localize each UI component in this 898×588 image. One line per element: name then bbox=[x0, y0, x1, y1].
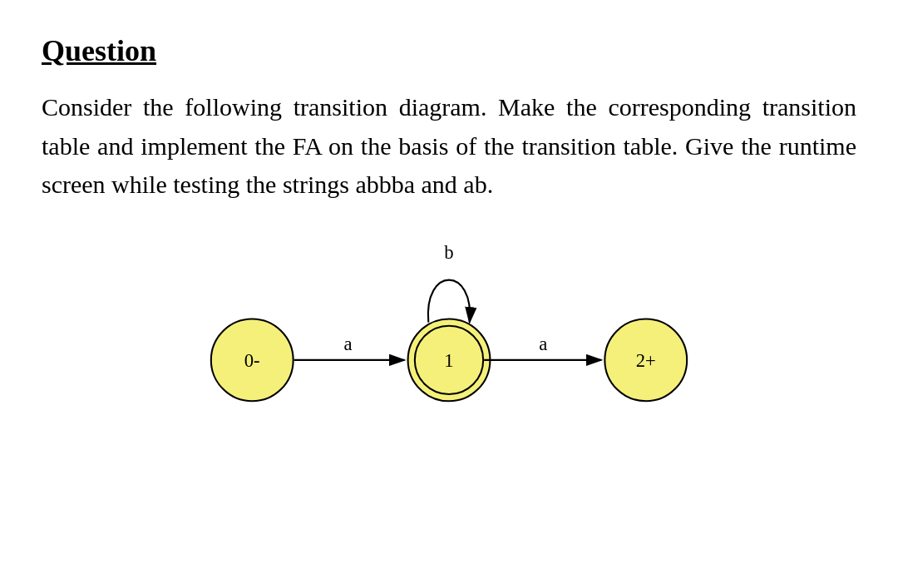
transition-q1-q2-label: a bbox=[539, 333, 547, 353]
transition-q1-self bbox=[428, 279, 470, 322]
state-q0-label: 0- bbox=[244, 350, 260, 371]
transition-diagram: 0- 1 2+ a a b bbox=[42, 235, 856, 434]
state-q1-label: 1 bbox=[444, 350, 453, 371]
state-q2-label: 2+ bbox=[636, 350, 656, 371]
transition-q0-q1-label: a bbox=[344, 333, 353, 353]
question-body: Consider the following transition diagra… bbox=[42, 88, 856, 205]
transition-q1-self-label: b bbox=[444, 242, 453, 263]
question-heading: Question bbox=[42, 33, 856, 68]
